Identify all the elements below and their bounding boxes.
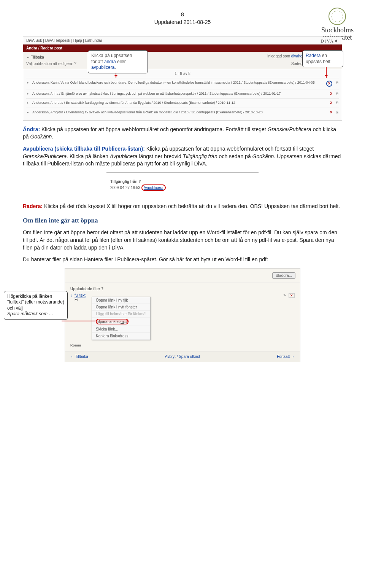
tillganglig-timestamp: 2009-04-27 16:53	[110, 186, 140, 190]
para-andra: Ändra: Klicka på uppsatsen för att öppna…	[23, 126, 342, 141]
ctx-open-new-tab[interactable]: Öppna länk i ny flik	[92, 297, 150, 304]
expand-icon[interactable]: ▸	[27, 101, 30, 105]
delete-icon[interactable]: X	[330, 101, 332, 105]
ctx-save-link-as[interactable]: Spara länk som...	[92, 318, 150, 326]
avpublicera-link[interactable]: Avpublicera	[141, 184, 166, 191]
callout-rightclick: Högerklicka på länken "fulltext" (eller …	[4, 291, 68, 320]
callout-edit: Klicka på uppsatsen för att ändra eller …	[88, 50, 148, 73]
table-row[interactable]: ▸ Andersson, Karin / Anna Odell bland be…	[26, 78, 339, 89]
pager: 1 - 8 av 8	[23, 69, 342, 78]
para-file-explain: Om filen inte går att öppna beror det of…	[23, 229, 342, 251]
para-radera: Radera: Klicka på det röda krysset X til…	[23, 203, 342, 210]
choose-pub-label: Välj publikation att redigera: ?	[26, 62, 79, 66]
arrow-context-icon	[62, 321, 129, 321]
heading-file-cannot-open: Om filen inte går att öppna	[23, 217, 342, 224]
su-seal-icon	[328, 8, 346, 25]
callout-delete: Radera en uppsats helt.	[302, 50, 343, 67]
kommentar-label: Komm	[70, 343, 295, 347]
expand-icon[interactable]: ▸	[27, 81, 30, 85]
delete-icon[interactable]: X	[330, 110, 332, 115]
table-row[interactable]: ▸ Andersson, Andreas / En statistisk kar…	[26, 98, 339, 108]
file-meta: Fi	[75, 297, 78, 302]
delete-file-icon[interactable]: ✕	[289, 293, 295, 298]
expand-icon[interactable]: ▸	[27, 110, 30, 115]
ctx-open-new-window[interactable]: Öppna länk i nytt fönster	[92, 304, 150, 311]
copy-icon[interactable]: ⎘	[336, 101, 338, 105]
updated-date: Uppdaterad 2011-08-25	[23, 19, 342, 25]
browse-button[interactable]: Bläddra...	[272, 272, 295, 279]
logged-in-label: Inloggad som	[267, 54, 290, 58]
fulltext-link[interactable]: fulltext	[75, 293, 86, 297]
edit-icon[interactable]: ✎	[283, 293, 286, 298]
footer-cancel-save[interactable]: Avbryt / Spara utkast	[165, 354, 200, 359]
page-number: 8	[23, 11, 342, 17]
expand-icon[interactable]: ▸	[27, 92, 30, 96]
screenshot-avpublicera: Tillgänglig från ? 2009-04-27 16:53 Avpu…	[106, 172, 259, 198]
su-logo: Stockholmsuniversitet	[321, 8, 354, 41]
diva-logo: DiVA✷	[321, 38, 339, 44]
ctx-bookmark: Lägg till bokmärke för länkmål	[92, 311, 150, 318]
delete-icon[interactable]: X	[326, 81, 332, 87]
diva-top-nav[interactable]: DiVA Sök | DiVA Helpdesk | Hjälp | Lathu…	[26, 38, 102, 43]
titlebar-edit-delete: Ändra / Radera post	[23, 44, 342, 52]
delete-icon[interactable]: X	[330, 92, 332, 96]
back-link[interactable]: Tillbaka	[26, 55, 79, 59]
para-file-howto: Du hanterar filer på sidan Hantera filer…	[23, 256, 342, 264]
footer-back[interactable]: ← Tillbaka	[70, 354, 88, 359]
context-menu[interactable]: Öppna länk i ny flik Öppna länk i nytt f…	[92, 297, 151, 340]
screenshot-manage-files: Bläddra... Uppladdade filer ? ↓ fulltext…	[65, 268, 300, 362]
ctx-copy-address[interactable]: Kopiera länkadress	[92, 333, 150, 340]
table-row[interactable]: ▸ Andersson, Ambjörn / Utvärdering av sv…	[26, 108, 339, 117]
ctx-send-link[interactable]: Skicka länk...	[92, 326, 150, 333]
tillganglig-label: Tillgänglig från ?	[110, 180, 255, 184]
para-avpublicera: Avpublicera (skicka tillbaka till Public…	[23, 145, 342, 168]
screenshot-edit-delete: DiVA Sök | DiVA Helpdesk | Hjälp | Lathu…	[23, 37, 342, 121]
copy-icon[interactable]: ⎘	[336, 92, 338, 96]
copy-icon[interactable]: ⎘	[336, 81, 338, 85]
table-row[interactable]: ▸ Andersson, Anna / En jämförelse av nyh…	[26, 89, 339, 99]
uploaded-files-label: Uppladdade filer ?	[70, 287, 295, 291]
copy-icon[interactable]: ⎘	[336, 110, 338, 115]
footer-continue[interactable]: Fortsätt →	[277, 354, 295, 359]
download-icon[interactable]: ↓	[70, 293, 72, 297]
